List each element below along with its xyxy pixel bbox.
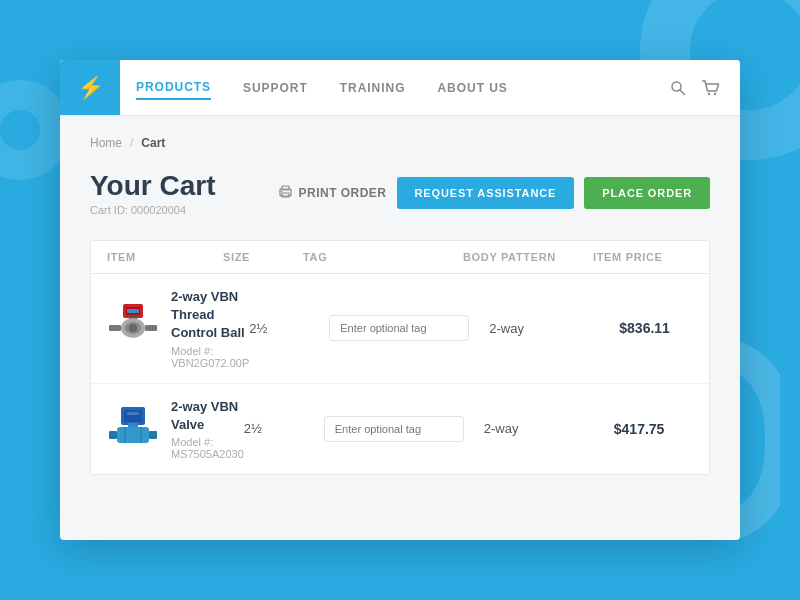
col-price: ITEM PRICE: [593, 251, 693, 263]
item-image-2: [107, 403, 159, 455]
col-item: ITEM: [107, 251, 223, 263]
place-order-button[interactable]: PLACE ORDER: [584, 177, 710, 209]
breadcrumb-current: Cart: [141, 136, 165, 150]
cart-id: Cart ID: 000020004: [90, 204, 216, 216]
price-cell-1: $836.11: [619, 320, 710, 336]
svg-rect-18: [124, 410, 142, 422]
item-info-1: 2-way VBN Thread Control Ball Model #: V…: [171, 288, 249, 369]
item-name-1: 2-way VBN Thread Control Ball: [171, 288, 249, 343]
nav-support[interactable]: SUPPORT: [243, 77, 308, 99]
cart-button[interactable]: [702, 80, 720, 96]
item-model-2: Model #: MS7505A2030: [171, 436, 244, 460]
svg-rect-21: [109, 431, 117, 439]
item-model-1: Model #: VBN2G072.00P: [171, 345, 249, 369]
search-icon: [670, 80, 686, 96]
cart-header: Your Cart Cart ID: 000020004 PRINT ORDER: [90, 170, 710, 216]
svg-point-7: [280, 190, 282, 192]
print-order-label: PRINT ORDER: [299, 186, 387, 200]
col-tag: TAG: [303, 251, 463, 263]
card-body: Home / Cart Your Cart Cart ID: 000020004: [60, 116, 740, 540]
item-image-1: [107, 302, 159, 354]
body-pattern-cell-2: 2-way: [484, 421, 614, 436]
svg-point-2: [708, 92, 710, 94]
breadcrumb: Home / Cart: [90, 136, 710, 150]
item-cell-2: 2-way VBN Valve Model #: MS7505A2030: [107, 398, 244, 460]
item-name-2: 2-way VBN Valve: [171, 398, 244, 434]
svg-point-3: [714, 92, 716, 94]
printer-icon: [278, 185, 293, 202]
logo[interactable]: ⚡: [60, 60, 120, 115]
nav-training[interactable]: TRAINING: [340, 77, 406, 99]
col-body-pattern: BODY PATTERN: [463, 251, 593, 263]
svg-point-15: [129, 324, 137, 332]
breadcrumb-separator: /: [130, 136, 133, 150]
svg-line-1: [680, 90, 685, 95]
item-cell-1: 2-way VBN Thread Control Ball Model #: V…: [107, 288, 249, 369]
price-cell-2: $417.75: [614, 421, 710, 437]
cart-title-block: Your Cart Cart ID: 000020004: [90, 170, 216, 216]
nav-actions: [670, 60, 740, 115]
svg-rect-13: [109, 325, 121, 331]
request-assistance-button[interactable]: REQUEST ASSISTANCE: [397, 177, 575, 209]
tag-input-1[interactable]: [329, 315, 469, 341]
nav-about[interactable]: ABOUT US: [437, 77, 507, 99]
size-cell-2: 2½: [244, 421, 324, 436]
table-row: 2-way VBN Thread Control Ball Model #: V…: [91, 274, 709, 384]
tag-cell-2: [324, 416, 484, 442]
svg-rect-14: [145, 325, 157, 331]
svg-rect-16: [127, 309, 139, 313]
cart-actions: PRINT ORDER REQUEST ASSISTANCE PLACE ORD…: [278, 177, 710, 209]
table-header: ITEM SIZE TAG BODY PATTERN ITEM PRICE: [91, 241, 709, 274]
main-card: ⚡ PRODUCTS SUPPORT TRAINING ABOUT US: [60, 60, 740, 540]
navigation-header: ⚡ PRODUCTS SUPPORT TRAINING ABOUT US: [60, 60, 740, 116]
cart-title: Your Cart: [90, 170, 216, 202]
print-order-button[interactable]: PRINT ORDER: [278, 185, 387, 202]
search-button[interactable]: [670, 80, 686, 96]
body-pattern-cell-1: 2-way: [489, 321, 619, 336]
tag-cell-1: [329, 315, 489, 341]
svg-rect-20: [117, 427, 149, 443]
breadcrumb-home[interactable]: Home: [90, 136, 122, 150]
tag-input-2[interactable]: [324, 416, 464, 442]
table-row: 2-way VBN Valve Model #: MS7505A2030 2½ …: [91, 384, 709, 474]
col-size: SIZE: [223, 251, 303, 263]
cart-table: ITEM SIZE TAG BODY PATTERN ITEM PRICE: [90, 240, 710, 475]
svg-rect-25: [127, 412, 139, 415]
size-cell-1: 2½: [249, 321, 329, 336]
lightning-icon: ⚡: [77, 75, 104, 101]
nav-products[interactable]: PRODUCTS: [136, 76, 211, 100]
nav-links: PRODUCTS SUPPORT TRAINING ABOUT US: [120, 60, 670, 115]
cart-icon: [702, 80, 720, 96]
svg-rect-22: [149, 431, 157, 439]
item-info-2: 2-way VBN Valve Model #: MS7505A2030: [171, 398, 244, 460]
